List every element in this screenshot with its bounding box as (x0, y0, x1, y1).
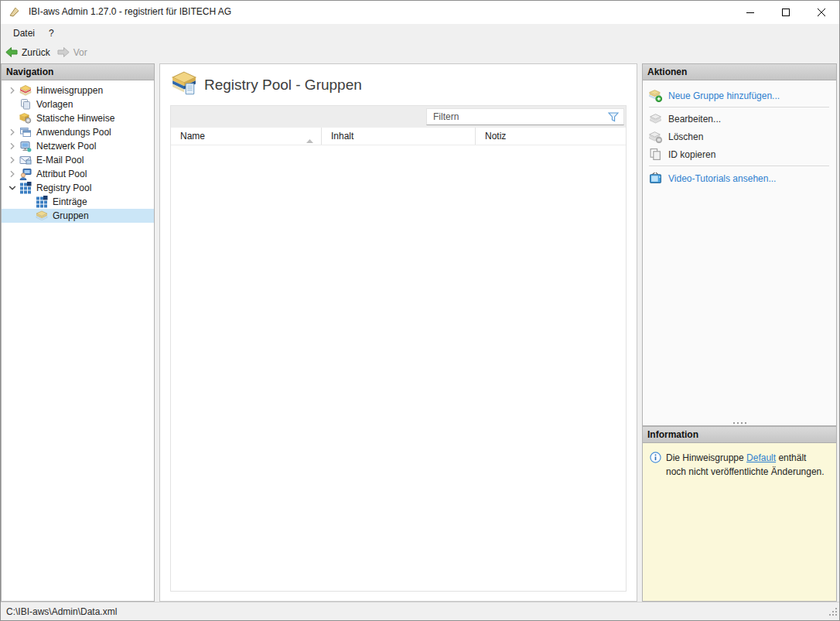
nav-item-label: E-Mail Pool (36, 155, 84, 165)
notice-group-icon (19, 84, 32, 97)
chevron-right-icon[interactable] (5, 168, 19, 180)
information-message: Die Hinweisgruppe Default enthält noch n… (643, 443, 836, 601)
nav-item-statische-hinweise[interactable]: Statische Hinweise (2, 111, 154, 125)
action-label: ID kopieren (668, 149, 715, 160)
nav-item-label: Hinweisgruppen (36, 85, 103, 96)
chevron-right-icon[interactable] (5, 126, 19, 138)
panel-splitter-handle[interactable] (643, 422, 836, 424)
information-panel-header: Information (643, 427, 836, 443)
nav-item-email-pool[interactable]: E-Mail Pool (2, 153, 154, 167)
registry-entries-icon (36, 196, 48, 208)
information-panel: Information Die Hinweisgruppe Default en… (642, 426, 837, 602)
templates-icon (19, 98, 32, 111)
nav-item-registry-pool[interactable]: Registry Pool (2, 181, 154, 195)
column-header-inhalt[interactable]: Inhalt (322, 128, 476, 145)
filter-input[interactable] (426, 108, 624, 125)
table-body-empty[interactable] (171, 145, 626, 591)
nav-item-eintraege[interactable]: Einträge (2, 195, 154, 209)
chevron-right-icon[interactable] (5, 84, 19, 97)
column-header-notiz[interactable]: Notiz (476, 128, 626, 145)
maximize-icon (782, 9, 790, 16)
nav-item-label: Attribut Pool (36, 169, 87, 179)
nav-item-label: Registry Pool (36, 183, 91, 193)
page-title: Registry Pool - Gruppen (204, 64, 362, 104)
back-button[interactable]: Zurück (4, 44, 56, 61)
filter-icon[interactable] (608, 112, 619, 125)
nav-item-attribut-pool[interactable]: Attribut Pool (2, 167, 154, 181)
actions-separator (649, 165, 829, 166)
filter-bar (171, 106, 626, 128)
delete-group-icon (649, 130, 662, 143)
column-label: Name (180, 131, 205, 142)
info-text-before: Die Hinweisgruppe (666, 452, 746, 463)
navigation-tree: Hinweisgruppen Vorlagen Statische Hinwei… (2, 80, 154, 223)
registry-pool-icon (19, 182, 32, 194)
action-video-tutorials[interactable]: Video-Tutorials ansehen... (643, 169, 836, 187)
nav-item-label: Einträge (53, 196, 87, 207)
nav-item-label: Gruppen (53, 210, 89, 221)
nav-item-label: Anwendungs Pool (36, 127, 111, 138)
window-titlebar: IBI-aws Admin 1.27.0 - registriert für I… (0, 0, 840, 24)
action-label: Löschen (668, 131, 703, 142)
chevron-down-icon[interactable] (5, 182, 19, 194)
minimize-icon (746, 9, 754, 16)
navigation-panel: Navigation Hinweisgruppen Vorlagen Stati… (1, 63, 155, 602)
video-tutorials-icon (649, 172, 662, 185)
groups-icon (36, 210, 48, 222)
edit-group-icon (649, 112, 662, 125)
statusbar: C:\IBI-aws\Admin\Data.xml (0, 602, 840, 621)
forward-button[interactable]: Vor (56, 44, 93, 61)
nav-item-label: Statische Hinweise (36, 113, 114, 124)
action-label: Video-Tutorials ansehen... (668, 173, 776, 184)
sort-ascending-icon (306, 135, 313, 145)
action-label: Bearbeiten... (668, 114, 721, 125)
static-notice-icon (19, 112, 32, 125)
close-button[interactable] (804, 1, 839, 24)
attribute-pool-icon (19, 168, 32, 180)
action-edit[interactable]: Bearbeiten... (643, 110, 836, 128)
nav-item-netzwerk-pool[interactable]: Netzwerk Pool (2, 139, 154, 153)
app-icon (9, 5, 21, 18)
nav-item-anwendungs-pool[interactable]: Anwendungs Pool (2, 125, 154, 139)
column-header-name[interactable]: Name (171, 128, 322, 145)
action-copy-id[interactable]: ID kopieren (643, 145, 836, 163)
toolbar: Zurück Vor (0, 43, 840, 62)
forward-arrow-icon (57, 46, 70, 58)
main-panel: Registry Pool - Gruppen Name Inhalt Noti… (159, 63, 637, 602)
maximize-button[interactable] (768, 1, 804, 24)
actions-panel-header: Aktionen (643, 64, 836, 80)
nav-item-label: Vorlagen (36, 99, 73, 110)
info-icon (650, 452, 661, 467)
actions-panel: Aktionen Neue Gruppe hinzufügen... Bearb… (642, 63, 837, 426)
add-group-icon (649, 89, 662, 102)
back-button-label: Zurück (22, 47, 50, 58)
close-icon (818, 9, 825, 16)
forward-button-label: Vor (73, 47, 87, 58)
menu-item-datei[interactable]: Datei (6, 24, 42, 43)
email-pool-icon (19, 154, 32, 166)
navigation-panel-header: Navigation (2, 64, 154, 80)
groups-list: Name Inhalt Notiz (170, 105, 627, 592)
nav-item-gruppen[interactable]: Gruppen (2, 209, 154, 223)
nav-item-vorlagen[interactable]: Vorlagen (2, 97, 154, 111)
registry-groups-header-icon (171, 70, 197, 99)
nav-item-hinweisgruppen[interactable]: Hinweisgruppen (2, 84, 154, 97)
default-group-link[interactable]: Default (746, 452, 776, 463)
chevron-right-icon[interactable] (5, 140, 19, 152)
chevron-right-icon[interactable] (5, 154, 19, 166)
resize-grip[interactable] (828, 607, 838, 619)
actions-list: Neue Gruppe hinzufügen... Bearbeiten... … (643, 80, 836, 187)
action-delete[interactable]: Löschen (643, 128, 836, 145)
table-header-row: Name Inhalt Notiz (171, 128, 626, 145)
back-arrow-icon (5, 46, 18, 58)
menu-item-help[interactable]: ? (42, 24, 61, 43)
menubar: Datei ? (0, 24, 840, 43)
column-label: Inhalt (331, 131, 353, 142)
network-pool-icon (19, 140, 32, 152)
action-label: Neue Gruppe hinzufügen... (668, 90, 780, 101)
nav-item-label: Netzwerk Pool (36, 141, 96, 152)
action-add-group[interactable]: Neue Gruppe hinzufügen... (643, 87, 836, 104)
minimize-button[interactable] (732, 1, 768, 24)
copy-id-icon (649, 148, 662, 161)
actions-separator (649, 107, 829, 107)
